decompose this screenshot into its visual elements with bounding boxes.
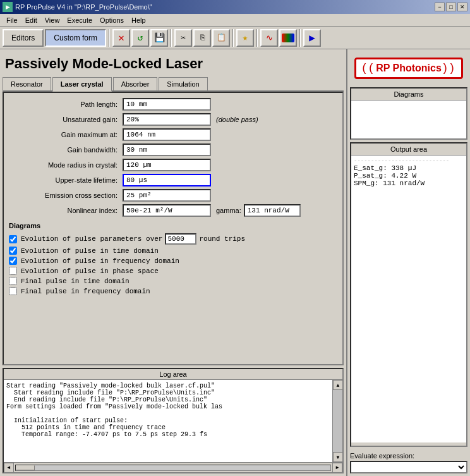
log-scroll-down[interactable]: ▼ <box>333 452 343 462</box>
input-gamma[interactable] <box>244 204 301 217</box>
checkbox-phase-space[interactable] <box>9 267 17 275</box>
save-button[interactable]: 💾 <box>150 29 168 47</box>
main-content: Passively Mode-Locked Laser Resonator La… <box>0 49 470 476</box>
copy-button[interactable]: ⎘ <box>193 29 211 47</box>
input-gain-maximum[interactable] <box>123 128 211 141</box>
form-row-gain-bandwidth: Gain bandwidth: <box>9 143 337 156</box>
paste-icon: 📋 <box>217 33 226 42</box>
label-time-domain: Evolution of pulse in time domain <box>21 247 159 255</box>
left-panel: Passively Mode-Locked Laser Resonator La… <box>0 49 346 476</box>
log-scroll-up[interactable]: ▲ <box>333 380 343 390</box>
menu-execute[interactable]: Execute <box>63 15 96 25</box>
log-area-content[interactable]: Start reading "Passively mode-locked bul… <box>4 380 332 462</box>
waveform-button[interactable]: ∿ <box>260 29 278 47</box>
stop-icon: ✕ <box>118 32 124 44</box>
input-mode-radius[interactable] <box>123 159 211 171</box>
toolbar-separator-2 <box>171 29 172 47</box>
label-mode-radius: Mode radius in crystal: <box>9 161 123 169</box>
waveform-icon: ∿ <box>266 33 273 43</box>
checkbox-final-freq[interactable] <box>9 287 17 295</box>
diagram-row-1: Evolution of pulse in time domain <box>9 247 337 255</box>
checkbox-pulse-params[interactable] <box>9 235 17 243</box>
cut-button[interactable]: ✂ <box>174 29 192 47</box>
input-path-length[interactable] <box>123 98 211 111</box>
output-line-2: SPM_g: 131 nrad/W <box>354 180 464 187</box>
logo-waves-right: )) <box>442 62 455 75</box>
input-emission[interactable] <box>123 189 211 202</box>
log-scroll-track[interactable] <box>15 465 331 471</box>
toolbar-separator-1 <box>109 29 110 47</box>
toolbar-separator-4 <box>256 29 258 47</box>
spectrum-button[interactable] <box>279 29 297 47</box>
bookmark-button[interactable]: ★ <box>236 29 254 47</box>
custom-form-button[interactable]: Custom form <box>45 29 106 47</box>
editors-button[interactable]: Editors <box>3 29 44 47</box>
form-area: Path length: Unsaturated gain: (double p… <box>3 92 344 365</box>
cut-icon: ✂ <box>181 33 186 43</box>
log-scroll-x[interactable]: ◄ ► <box>4 462 342 472</box>
copy-icon: ⎘ <box>200 34 205 42</box>
title-bar: ▶ RP ProPulse V4 in "P:\RP_ProPulse\Demo… <box>0 0 470 14</box>
label-final-time: Final pulse in time domain <box>21 278 130 285</box>
right-panel: (( RP Photonics )) Diagrams Output area … <box>346 49 470 476</box>
output-panel-title: Output area <box>351 143 466 156</box>
minimize-button[interactable]: − <box>435 3 445 11</box>
label-upper-state: Upper-state lifetime: <box>9 176 123 184</box>
output-line-0: E_sat_g: 338 µJ <box>354 164 464 172</box>
tab-bar: Resonator Laser crystal Absorber Simulat… <box>3 77 344 92</box>
form-row-emission: Emission cross section: <box>9 189 337 202</box>
output-separator: ---------------------------- <box>354 158 464 164</box>
label-gain-maximum: Gain maximum at: <box>9 131 123 138</box>
suffix-double-pass: (double pass) <box>216 116 258 123</box>
rp-logo: (( RP Photonics )) <box>354 58 464 79</box>
input-nonlinear[interactable] <box>123 204 211 217</box>
refresh-button[interactable]: ↺ <box>131 29 149 47</box>
paste-button[interactable]: 📋 <box>212 29 230 47</box>
spectrum-icon <box>282 34 294 42</box>
output-panel-content: ---------------------------- E_sat_g: 33… <box>351 156 466 442</box>
form-row-gain-maximum: Gain maximum at: <box>9 128 337 141</box>
log-scroll-left[interactable]: ◄ <box>4 463 14 473</box>
input-upper-state[interactable] <box>123 174 211 186</box>
checkbox-time-domain[interactable] <box>9 247 17 255</box>
input-gain-bandwidth[interactable] <box>123 143 211 156</box>
toolbar: Editors Custom form ✕ ↺ 💾 ✂ ⎘ 📋 ★ ∿ ▶ <box>0 27 470 49</box>
diagrams-section: Diagrams Evolution of pulse parameters o… <box>9 219 337 300</box>
diagram-row-3: Evolution of pulse in phase space <box>9 267 337 275</box>
evaluate-area: Evaluate expression: <box>347 449 470 476</box>
tab-resonator[interactable]: Resonator <box>3 77 51 90</box>
close-button[interactable]: ✕ <box>457 3 467 11</box>
label-nonlinear: Nonlinear index: <box>9 207 123 214</box>
checkbox-freq-domain[interactable] <box>9 257 17 265</box>
checkbox-final-time[interactable] <box>9 277 17 285</box>
menu-view[interactable]: View <box>41 15 64 25</box>
menu-file[interactable]: File <box>3 15 21 25</box>
maximize-button[interactable]: □ <box>446 3 456 11</box>
input-unsaturated-gain[interactable] <box>123 113 211 126</box>
run-button[interactable]: ▶ <box>303 29 321 47</box>
logo-text: RP Photonics <box>376 63 442 74</box>
log-scroll-thumb[interactable] <box>16 465 35 470</box>
label-gain-bandwidth: Gain bandwidth: <box>9 146 123 154</box>
refresh-icon: ↺ <box>138 32 143 43</box>
tab-absorber[interactable]: Absorber <box>113 77 158 90</box>
tab-laser-crystal[interactable]: Laser crystal <box>52 77 112 92</box>
gamma-label: gamma: <box>216 207 241 214</box>
menu-bar: File Edit View Execute Options Help <box>0 14 470 27</box>
form-row-upper-state: Upper-state lifetime: <box>9 174 337 186</box>
log-area-container: Log area Start reading "Passively mode-l… <box>3 368 344 473</box>
log-scroll-right[interactable]: ► <box>332 463 342 473</box>
evaluate-input[interactable] <box>350 461 467 473</box>
menu-options[interactable]: Options <box>96 15 128 25</box>
output-line-1: P_sat_g: 4.22 W <box>354 172 464 180</box>
label-pulse-params: Evolution of pulse parameters over <box>21 235 162 243</box>
form-row-nonlinear: Nonlinear index: gamma: <box>9 204 337 217</box>
menu-help[interactable]: Help <box>128 15 150 25</box>
form-row-path-length: Path length: <box>9 98 337 111</box>
stop-button[interactable]: ✕ <box>112 29 130 47</box>
diagrams-section-title: Diagrams <box>9 222 337 229</box>
menu-edit[interactable]: Edit <box>21 15 41 25</box>
tab-simulation[interactable]: Simulation <box>159 77 207 90</box>
input-round-trips[interactable] <box>165 233 196 245</box>
form-row-unsaturated-gain: Unsaturated gain: (double pass) <box>9 113 337 126</box>
